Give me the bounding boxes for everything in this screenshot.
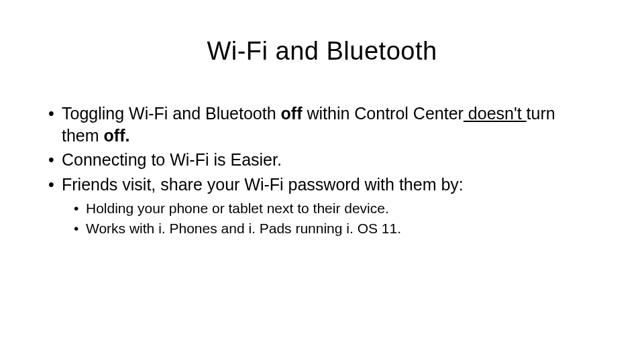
slide-container: Wi-Fi and Bluetooth Toggling Wi-Fi and B…	[0, 0, 644, 277]
text-segment: Holding your phone or tablet next to the…	[86, 200, 389, 216]
bullet-item: Connecting to Wi-Fi is Easier.	[47, 149, 597, 171]
sub-bullet-item: Works with i. Phones and i. Pads running…	[47, 219, 597, 238]
text-segment: Friends visit, share your Wi-Fi password…	[62, 175, 464, 194]
text-segment-bold: off.	[104, 126, 130, 145]
sub-bullet-list: Holding your phone or tablet next to the…	[47, 199, 597, 239]
slide-title: Wi-Fi and Bluetooth	[47, 37, 597, 66]
text-segment: within Control Center	[302, 104, 463, 123]
bullet-list: Toggling Wi-Fi and Bluetooth off within …	[47, 103, 597, 195]
text-segment: Works with i. Phones and i. Pads running…	[86, 221, 401, 236]
text-segment: Toggling Wi-Fi and Bluetooth	[62, 104, 281, 123]
text-segment-underline: doesn't	[464, 104, 527, 123]
text-segment-bold: off	[281, 104, 303, 123]
sub-bullet-item: Holding your phone or tablet next to the…	[47, 199, 597, 218]
text-segment: Connecting to Wi-Fi is Easier.	[62, 150, 282, 169]
bullet-item: Toggling Wi-Fi and Bluetooth off within …	[47, 103, 597, 146]
bullet-item: Friends visit, share your Wi-Fi password…	[47, 174, 597, 196]
